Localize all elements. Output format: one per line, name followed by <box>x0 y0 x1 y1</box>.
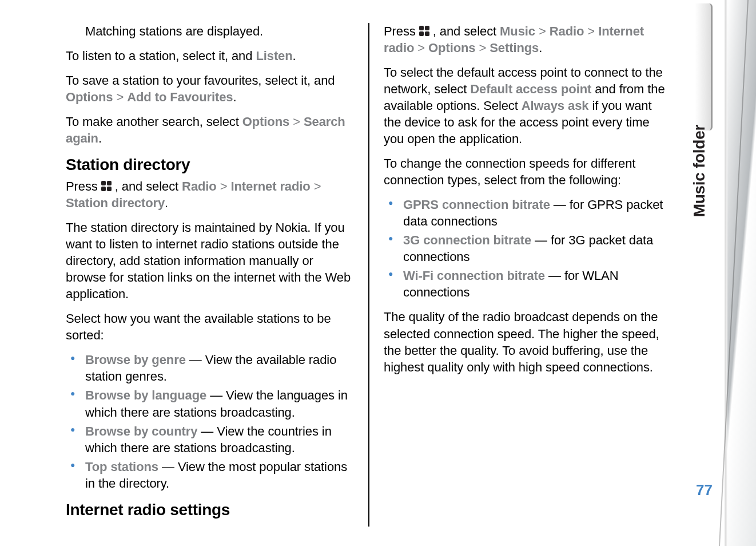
text: . <box>293 49 296 63</box>
add-favourites-label: Add to Favourites <box>127 90 233 104</box>
section-tab-label: Music folder <box>690 125 709 217</box>
separator: > <box>289 114 304 129</box>
text: To save a station to your favourites, se… <box>66 73 335 88</box>
settings-path: Press , and select Music > Radio > Inter… <box>384 23 672 56</box>
list-item: Browse by genre — View the available rad… <box>85 351 354 385</box>
station-directory-label: Station directory <box>66 196 165 210</box>
speeds-intro: To change the connection speeds for diff… <box>384 155 672 188</box>
menu-key-icon <box>101 181 112 191</box>
bitrate-options-list: GPRS connection bitrate — for GPRS packe… <box>384 196 672 300</box>
option-label: 3G connection bitrate <box>403 233 531 247</box>
separator: > <box>113 90 127 104</box>
text: To make another search, select <box>66 114 242 129</box>
list-item: GPRS connection bitrate — for GPRS packe… <box>403 196 672 230</box>
list-item: 3G connection bitrate — for 3G packet da… <box>403 232 672 265</box>
text: . <box>98 131 102 145</box>
music-label: Music <box>500 24 535 38</box>
page-number: 77 <box>689 481 713 499</box>
separator: > <box>475 41 490 55</box>
option-label: Browse by genre <box>85 353 186 367</box>
separator: > <box>535 24 550 38</box>
page-curl-decoration <box>714 0 756 546</box>
sort-options-list: Browse by genre — View the available rad… <box>66 351 354 491</box>
separator: > <box>584 24 598 38</box>
list-item: Top stations — View the most popular sta… <box>85 458 354 492</box>
section-tab: Music folder <box>685 3 713 130</box>
options-label: Options <box>428 41 475 55</box>
text: To listen to a station, select it, and <box>66 49 256 63</box>
access-point-para: To select the default access point to co… <box>384 64 672 147</box>
listen-label: Listen <box>256 49 292 63</box>
text: . <box>165 196 168 210</box>
page-body: Matching stations are displayed. To list… <box>66 23 672 527</box>
option-label: Browse by country <box>85 424 197 438</box>
text: . <box>233 90 237 104</box>
save-favourite-instruction: To save a station to your favourites, se… <box>66 72 354 105</box>
option-label: Browse by language <box>85 388 206 402</box>
station-directory-path: Press , and select Radio > Internet radi… <box>66 178 354 211</box>
always-ask-label: Always ask <box>522 98 589 113</box>
radio-label: Radio <box>182 179 217 193</box>
separator: > <box>311 179 321 193</box>
search-again-instruction: To make another search, select Options >… <box>66 113 354 147</box>
option-label: Wi-Fi connection bitrate <box>403 268 545 283</box>
station-directory-heading: Station directory <box>66 155 354 176</box>
manual-page: Matching stations are displayed. To list… <box>0 0 756 546</box>
matching-note: Matching stations are displayed. <box>85 23 354 39</box>
options-label: Options <box>66 90 113 104</box>
internet-radio-settings-heading: Internet radio settings <box>66 500 354 521</box>
station-directory-description: The station directory is maintained by N… <box>66 219 354 302</box>
internet-radio-label: Internet radio <box>231 179 311 193</box>
option-label: Top stations <box>85 460 158 474</box>
default-access-point-label: Default access point <box>470 82 591 96</box>
settings-label: Settings <box>490 41 539 55</box>
sort-intro: Select how you want the available statio… <box>66 310 354 343</box>
option-label: GPRS connection bitrate <box>403 197 550 212</box>
options-label: Options <box>242 114 289 129</box>
text: Press <box>66 179 101 193</box>
quality-note: The quality of the radio broadcast depen… <box>384 308 672 375</box>
radio-label: Radio <box>550 24 584 38</box>
list-item: Browse by language — View the languages … <box>85 387 354 420</box>
separator: > <box>414 41 428 55</box>
text: , and select <box>112 179 182 193</box>
text: . <box>539 41 542 55</box>
separator: > <box>217 179 231 193</box>
text: , and select <box>429 24 500 38</box>
menu-key-icon <box>419 26 429 36</box>
list-item: Wi-Fi connection bitrate — for WLAN conn… <box>403 267 672 300</box>
list-item: Browse by country — View the countries i… <box>85 423 354 456</box>
listen-instruction: To listen to a station, select it, and L… <box>66 48 354 64</box>
text: Press <box>384 24 419 38</box>
